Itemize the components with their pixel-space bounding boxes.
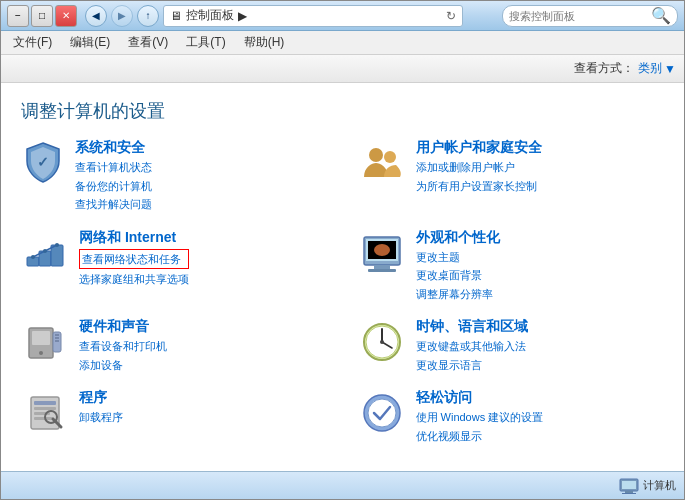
menu-file[interactable]: 文件(F) <box>9 32 56 53</box>
main-content: 调整计算机的设置 ✓ 系统和安全 查看计算机状态 备份您的计算机 查找并解决问题 <box>1 83 684 471</box>
address-bar[interactable]: 🖥 控制面板 ▶ ↻ <box>163 5 463 27</box>
back-icon: ◀ <box>92 10 100 21</box>
svg-rect-23 <box>55 340 59 342</box>
refresh-icon: ↻ <box>446 9 456 23</box>
hardware-title[interactable]: 硬件和声音 <box>79 318 167 336</box>
security-title[interactable]: 系统和安全 <box>75 139 152 157</box>
hardware-link-1[interactable]: 查看设备和打印机 <box>79 338 167 355</box>
dropdown-icon: ▼ <box>664 62 676 76</box>
category-grid: ✓ 系统和安全 查看计算机状态 备份您的计算机 查找并解决问题 <box>21 139 664 450</box>
menu-tools[interactable]: 工具(T) <box>182 32 229 53</box>
category-security: ✓ 系统和安全 查看计算机状态 备份您的计算机 查找并解决问题 <box>21 139 328 213</box>
appearance-text: 外观和个性化 更改主题 更改桌面背景 调整屏幕分辨率 <box>416 229 500 303</box>
svg-point-8 <box>31 255 35 259</box>
programs-link-1[interactable]: 卸载程序 <box>79 409 123 426</box>
toolbar-right: 查看方式： 类别 ▼ <box>574 60 676 77</box>
view-type-dropdown[interactable]: 类别 ▼ <box>638 60 676 77</box>
computer-icon: 🖥 <box>170 9 182 23</box>
control-panel-window: − □ ✕ ◀ ▶ ↑ 🖥 控制面板 ▶ ↻ 🔍 <box>0 0 685 500</box>
svg-rect-15 <box>374 265 390 269</box>
menu-help[interactable]: 帮助(H) <box>240 32 289 53</box>
svg-point-10 <box>55 243 59 247</box>
minimize-button[interactable]: − <box>7 5 29 27</box>
svg-rect-16 <box>368 269 396 272</box>
appearance-icon <box>358 229 406 277</box>
security-link-1[interactable]: 查看计算机状态 <box>75 159 152 176</box>
svg-text:✓: ✓ <box>37 154 49 170</box>
svg-rect-38 <box>622 481 636 489</box>
svg-point-2 <box>384 151 396 163</box>
hardware-text: 硬件和声音 查看设备和打印机 添加设备 <box>79 318 167 373</box>
category-accessibility: 轻松访问 使用 Windows 建议的设置 优化视频显示 <box>358 389 665 444</box>
forward-button[interactable]: ▶ <box>111 5 133 27</box>
clock-text: 时钟、语言和区域 更改键盘或其他输入法 更改显示语言 <box>416 318 528 373</box>
page-title: 调整计算机的设置 <box>21 99 664 123</box>
menu-view[interactable]: 查看(V) <box>124 32 172 53</box>
users-icon <box>358 139 406 187</box>
users-text: 用户帐户和家庭安全 添加或删除用户帐户 为所有用户设置家长控制 <box>416 139 542 194</box>
clock-link-2[interactable]: 更改显示语言 <box>416 357 528 374</box>
view-label: 查看方式： <box>574 60 634 77</box>
svg-rect-5 <box>51 245 63 266</box>
window-controls: − □ ✕ <box>7 5 77 27</box>
svg-point-9 <box>43 249 47 253</box>
appearance-link-2[interactable]: 更改桌面背景 <box>416 267 500 284</box>
status-bar: 计算机 <box>1 471 684 499</box>
back-button[interactable]: ◀ <box>85 5 107 27</box>
svg-rect-21 <box>55 334 59 336</box>
svg-rect-18 <box>32 331 50 345</box>
security-text: 系统和安全 查看计算机状态 备份您的计算机 查找并解决问题 <box>75 139 152 213</box>
svg-rect-39 <box>625 491 633 493</box>
users-link-2[interactable]: 为所有用户设置家长控制 <box>416 178 542 195</box>
search-box[interactable]: 🔍 <box>502 5 678 27</box>
path-separator: ▶ <box>238 9 247 23</box>
svg-point-28 <box>380 340 384 344</box>
accessibility-link-1[interactable]: 使用 Windows 建议的设置 <box>416 409 544 426</box>
menu-edit[interactable]: 编辑(E) <box>66 32 114 53</box>
category-clock: 时钟、语言和区域 更改键盘或其他输入法 更改显示语言 <box>358 318 665 373</box>
accessibility-link-2[interactable]: 优化视频显示 <box>416 428 544 445</box>
up-button[interactable]: ↑ <box>137 5 159 27</box>
svg-rect-33 <box>34 417 54 420</box>
network-text: 网络和 Internet 查看网络状态和任务 选择家庭组和共享选项 <box>79 229 189 288</box>
search-input[interactable] <box>509 10 647 22</box>
hardware-icon <box>21 318 69 366</box>
forward-icon: ▶ <box>118 10 126 21</box>
svg-point-36 <box>368 399 396 427</box>
network-link-2[interactable]: 选择家庭组和共享选项 <box>79 271 189 288</box>
clock-title[interactable]: 时钟、语言和区域 <box>416 318 528 336</box>
category-programs: 程序 卸载程序 <box>21 389 328 444</box>
security-link-2[interactable]: 备份您的计算机 <box>75 178 152 195</box>
svg-rect-30 <box>34 401 56 405</box>
computer-status-icon <box>619 478 639 494</box>
view-type-label: 类别 <box>638 60 662 77</box>
category-users: 用户帐户和家庭安全 添加或删除用户帐户 为所有用户设置家长控制 <box>358 139 665 213</box>
network-title[interactable]: 网络和 Internet <box>79 229 189 247</box>
appearance-link-3[interactable]: 调整屏幕分辨率 <box>416 286 500 303</box>
appearance-link-1[interactable]: 更改主题 <box>416 249 500 266</box>
users-title[interactable]: 用户帐户和家庭安全 <box>416 139 542 157</box>
accessibility-title[interactable]: 轻松访问 <box>416 389 544 407</box>
network-icon <box>21 229 69 277</box>
title-bar-left: − □ ✕ ◀ ▶ ↑ 🖥 控制面板 ▶ ↻ <box>7 5 463 27</box>
svg-point-14 <box>374 244 390 256</box>
status-computer: 计算机 <box>619 478 676 494</box>
security-icon: ✓ <box>21 139 65 183</box>
up-icon: ↑ <box>146 10 151 21</box>
path-root: 控制面板 <box>186 7 234 24</box>
accessibility-text: 轻松访问 使用 Windows 建议的设置 优化视频显示 <box>416 389 544 444</box>
accessibility-icon <box>358 389 406 437</box>
security-link-3[interactable]: 查找并解决问题 <box>75 196 152 213</box>
programs-title[interactable]: 程序 <box>79 389 123 407</box>
maximize-button[interactable]: □ <box>31 5 53 27</box>
clock-link-1[interactable]: 更改键盘或其他输入法 <box>416 338 528 355</box>
close-button[interactable]: ✕ <box>55 5 77 27</box>
category-network: 网络和 Internet 查看网络状态和任务 选择家庭组和共享选项 <box>21 229 328 303</box>
hardware-link-2[interactable]: 添加设备 <box>79 357 167 374</box>
svg-point-1 <box>369 148 383 162</box>
network-link-1[interactable]: 查看网络状态和任务 <box>79 249 189 270</box>
search-icon: 🔍 <box>651 6 671 25</box>
title-bar: − □ ✕ ◀ ▶ ↑ 🖥 控制面板 ▶ ↻ 🔍 <box>1 1 684 31</box>
appearance-title[interactable]: 外观和个性化 <box>416 229 500 247</box>
users-link-1[interactable]: 添加或删除用户帐户 <box>416 159 542 176</box>
